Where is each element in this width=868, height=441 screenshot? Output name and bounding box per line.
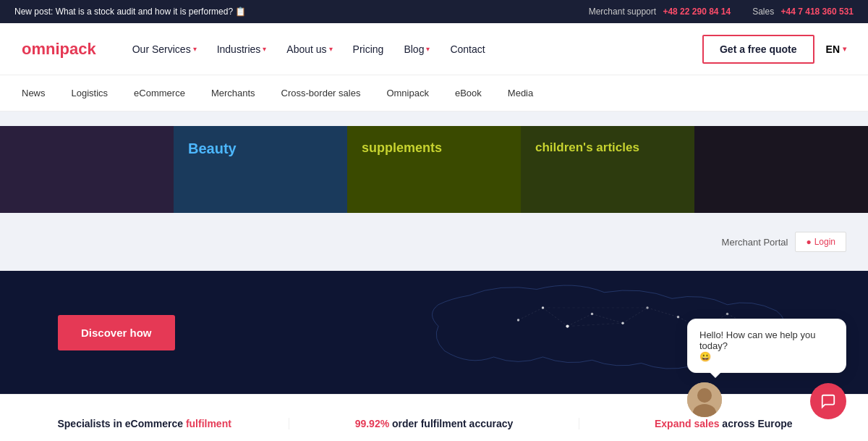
chevron-down-icon: ▾ xyxy=(843,45,846,53)
subnav-news[interactable]: News xyxy=(22,77,59,109)
category-card-beauty[interactable]: Beauty xyxy=(174,126,347,213)
chat-bubble: Hello! How can we help you today? 😀 xyxy=(687,319,846,373)
category-card-dark-right[interactable] xyxy=(694,126,868,213)
chevron-down-icon: ▾ xyxy=(263,45,266,53)
nav-contact[interactable]: Contact xyxy=(443,38,492,61)
merchant-login-button[interactable]: ● Login xyxy=(795,232,846,252)
chat-widget: Hello! How can we help you today? 😀 xyxy=(687,319,846,419)
stat-accuracy: 99.92% order fulfilment accuracy xyxy=(289,418,579,429)
stat-accuracy-text: 99.92% order fulfilment accuracy xyxy=(355,418,514,429)
svg-line-22 xyxy=(568,323,624,326)
category-children-label: children's articles xyxy=(535,140,639,155)
merchant-support: Merchant support +48 22 290 84 14 xyxy=(589,7,731,17)
category-card-children[interactable]: children's articles xyxy=(521,126,694,213)
subnav-merchants[interactable]: Merchants xyxy=(198,77,268,109)
stat-fulfilment: Specialists in eCommerce fulfilment xyxy=(0,418,289,429)
merchant-portal-label: Merchant Portal xyxy=(722,237,788,248)
merchant-area: Merchant Portal ● Login xyxy=(0,213,868,271)
stat-fulfilment-text: Specialists in eCommerce fulfilment xyxy=(57,418,231,429)
stat-fulfilment-highlight: fulfilment xyxy=(186,418,231,429)
svg-line-16 xyxy=(623,308,647,323)
categories-row: Beauty supplements children's articles xyxy=(0,126,868,213)
sales-phone[interactable]: +44 7 418 360 531 xyxy=(781,7,854,17)
nav-actions: Get a free quote EN ▾ xyxy=(702,35,846,64)
announcement-text: New post: What is a stock audit and how … xyxy=(14,7,246,17)
chevron-down-icon: ▾ xyxy=(193,45,197,53)
login-icon: ● xyxy=(806,237,811,247)
nav-blog[interactable]: Blog ▾ xyxy=(396,38,437,61)
chat-open-button[interactable] xyxy=(810,383,846,419)
svg-line-12 xyxy=(519,308,543,320)
svg-line-17 xyxy=(647,308,678,317)
svg-point-25 xyxy=(697,388,712,403)
nav-about-us[interactable]: About us ▾ xyxy=(279,38,339,61)
nav-our-services[interactable]: Our Services ▾ xyxy=(125,38,204,61)
top-bar-contacts: Merchant support +48 22 290 84 14 Sales … xyxy=(589,7,854,17)
chevron-down-icon: ▾ xyxy=(329,45,333,53)
main-nav: omnipack Our Services ▾ Industries ▾ Abo… xyxy=(0,23,868,75)
top-bar: New post: What is a stock audit and how … xyxy=(0,0,868,23)
top-bar-announcement: New post: What is a stock audit and how … xyxy=(14,7,246,17)
get-free-quote-button[interactable]: Get a free quote xyxy=(702,35,814,64)
svg-line-14 xyxy=(568,314,592,327)
language-selector[interactable]: EN ▾ xyxy=(826,43,846,55)
logo[interactable]: omnipack xyxy=(22,40,96,59)
svg-line-15 xyxy=(592,314,624,324)
nav-pricing[interactable]: Pricing xyxy=(346,38,391,61)
categories-section: Beauty supplements children's articles xyxy=(0,112,868,213)
category-beauty-label: Beauty xyxy=(188,140,237,157)
chat-agent-avatar xyxy=(687,382,722,417)
category-card-supplements[interactable]: supplements xyxy=(347,126,521,213)
category-card-dark-left[interactable] xyxy=(0,126,174,213)
chat-avatar-row xyxy=(687,380,846,419)
chevron-down-icon: ▾ xyxy=(426,45,430,53)
nav-links: Our Services ▾ Industries ▾ About us ▾ P… xyxy=(125,38,702,61)
subnav-omnipack[interactable]: Omnipack xyxy=(373,77,442,109)
subnav-media[interactable]: Media xyxy=(495,77,546,109)
subnav-cross-border[interactable]: Cross-border sales xyxy=(268,77,374,109)
subnav-ebook[interactable]: eBook xyxy=(442,77,495,109)
logo-omni: omni xyxy=(22,40,60,58)
nav-industries[interactable]: Industries ▾ xyxy=(210,38,274,61)
svg-line-13 xyxy=(543,308,568,327)
sub-nav: News Logistics eCommerce Merchants Cross… xyxy=(0,75,868,112)
category-supplements-label: supplements xyxy=(362,140,442,156)
stat-accuracy-number: 99.92% xyxy=(355,418,389,429)
sales-contact: Sales +44 7 418 360 531 xyxy=(752,7,854,17)
subnav-logistics[interactable]: Logistics xyxy=(59,77,122,109)
chat-emoji: 😀 xyxy=(699,351,711,362)
discover-how-button[interactable]: Discover how xyxy=(58,315,175,350)
merchant-phone[interactable]: +48 22 290 84 14 xyxy=(663,7,731,17)
logo-pack: pack xyxy=(60,40,96,58)
chat-greeting-text: Hello! How can we help you today? xyxy=(699,329,815,351)
subnav-ecommerce[interactable]: eCommerce xyxy=(121,77,198,109)
merchant-portal: Merchant Portal ● Login xyxy=(722,232,846,252)
